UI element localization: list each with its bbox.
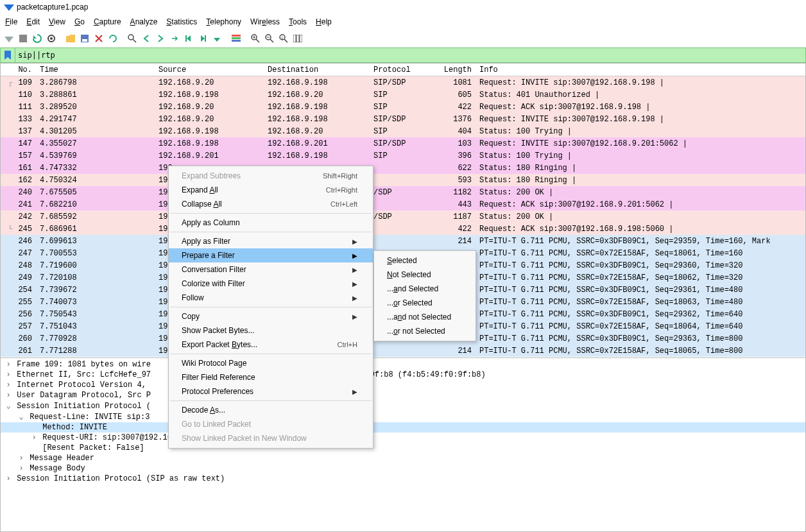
detail-line[interactable]: › Session Initiation Protocol (SIP as ra… xyxy=(1,474,805,484)
window-title: packetcapture1.pcap xyxy=(17,3,88,12)
go-back-icon[interactable] xyxy=(140,32,153,45)
ctx-item[interactable]: Show Packet Bytes... xyxy=(169,323,373,338)
packet-row[interactable]: 2427.685592192/SDP1187Status: 200 OK | xyxy=(1,210,805,223)
col-length[interactable]: Length xyxy=(434,65,476,74)
detail-line[interactable]: › Request-URI: sip:3007@192.168.9.198 xyxy=(1,433,805,443)
packet-row[interactable]: 2617.771288192214PT=ITU-T G.711 PCMU, SS… xyxy=(1,345,805,357)
svg-rect-22 xyxy=(293,35,296,42)
reload-icon[interactable] xyxy=(107,32,119,45)
packet-row[interactable]: 2467.699613192214PT=ITU-T G.711 PCMU, SS… xyxy=(1,235,805,247)
ctx-item[interactable]: Decode As... xyxy=(169,403,373,417)
stop-capture-icon[interactable] xyxy=(17,32,30,45)
ctx-item[interactable]: Apply as Column xyxy=(169,216,373,230)
col-no[interactable]: No. xyxy=(1,65,36,74)
packet-row[interactable]: 1614.747332192622Status: 180 Ringing | xyxy=(1,162,805,174)
ctx-item[interactable]: Filter Field Reference xyxy=(169,370,373,384)
goto-last-icon[interactable] xyxy=(196,32,209,45)
detail-line[interactable]: › Message Body xyxy=(1,463,805,474)
detail-line[interactable]: [Resent Packet: False] xyxy=(1,443,805,453)
resize-columns-icon[interactable] xyxy=(291,32,304,45)
menu-analyze[interactable]: Analyze xyxy=(130,17,158,26)
ctx-item[interactable]: Wiki Protocol Page xyxy=(169,356,373,370)
ctx-item[interactable]: Follow▶ xyxy=(169,291,373,305)
filter-bookmark-icon[interactable] xyxy=(0,47,15,63)
menu-tools[interactable]: Tools xyxy=(289,17,307,26)
ctx-sub-item[interactable]: Not Selected xyxy=(374,268,476,282)
detail-line[interactable]: › Ethernet II, Src: LcfcHefe_97f0:9f:b8 … xyxy=(1,370,805,380)
menu-edit[interactable]: Edit xyxy=(26,17,40,26)
ctx-item[interactable]: Collapse AllCtrl+Left xyxy=(169,197,373,211)
ctx-item[interactable]: Protocol Preferences▶ xyxy=(169,384,373,399)
packet-row[interactable]: └ 2457.686961192422Request: ACK sip:3007… xyxy=(1,223,805,235)
ctx-sub-item[interactable]: Selected xyxy=(374,253,476,268)
save-file-icon[interactable] xyxy=(78,32,91,45)
detail-line[interactable]: › User Datagram Protocol, Src P xyxy=(1,390,805,400)
packet-details-pane[interactable]: › Frame 109: 1081 bytes on wireits)› Eth… xyxy=(0,358,806,532)
ctx-sub-item[interactable]: ...and Selected xyxy=(374,282,476,296)
packet-row[interactable]: 1374.301205192.168.9.198192.168.9.20SIP4… xyxy=(1,125,805,137)
context-submenu-prepare-filter[interactable]: SelectedNot Selected...and Selected...or… xyxy=(373,250,476,341)
detail-line[interactable]: › Frame 109: 1081 bytes on wireits) xyxy=(1,359,805,370)
packet-row[interactable]: 1574.539769192.168.9.201192.168.9.198SIP… xyxy=(1,150,805,162)
packet-row[interactable]: 1113.289520192.168.9.20192.168.9.198SIP4… xyxy=(1,101,805,113)
display-filter-input[interactable] xyxy=(15,47,806,63)
capture-options-icon[interactable] xyxy=(45,32,58,45)
ctx-item[interactable]: Colorize with Filter▶ xyxy=(169,277,373,291)
go-to-packet-icon[interactable] xyxy=(168,32,181,45)
packet-row[interactable]: ┌ 1093.286798192.168.9.20192.168.9.198SI… xyxy=(1,76,805,89)
menu-file[interactable]: File xyxy=(5,17,17,26)
ctx-item[interactable]: Prepare a Filter▶ xyxy=(169,248,373,262)
zoom-out-icon[interactable] xyxy=(263,32,276,45)
ctx-item[interactable]: Copy▶ xyxy=(169,309,373,323)
packet-row[interactable]: 1103.288861192.168.9.198192.168.9.20SIP6… xyxy=(1,89,805,101)
start-capture-icon[interactable] xyxy=(3,32,15,45)
packet-list-header[interactable]: No. Time Source Destination Protocol Len… xyxy=(1,64,805,76)
detail-line[interactable]: ⌄ Request-Line: INVITE sip:3 xyxy=(1,411,805,422)
zoom-reset-icon[interactable]: 1 xyxy=(277,32,290,45)
packet-row[interactable]: 1624.750324192593Status: 180 Ringing | xyxy=(1,174,805,186)
col-info[interactable]: Info xyxy=(476,65,805,74)
menu-statistics[interactable]: Statistics xyxy=(166,17,197,26)
col-source[interactable]: Source xyxy=(155,65,264,74)
menu-help[interactable]: Help xyxy=(316,17,332,26)
packet-row[interactable]: 1334.291747192.168.9.20192.168.9.198SIP/… xyxy=(1,113,805,125)
auto-scroll-icon[interactable] xyxy=(210,32,223,45)
app-logo-icon xyxy=(4,2,14,12)
menu-telephony[interactable]: Telephony xyxy=(206,17,241,26)
menu-view[interactable]: View xyxy=(49,17,65,26)
ctx-sub-item[interactable]: ...or Selected xyxy=(374,296,476,310)
detail-line[interactable]: Method: INVITE xyxy=(1,422,805,433)
ctx-item: Go to Linked Packet xyxy=(169,417,373,431)
col-time[interactable]: Time xyxy=(36,65,155,74)
menu-wireless[interactable]: Wireless xyxy=(250,17,280,26)
ctx-sub-item[interactable]: ...and not Selected xyxy=(374,310,476,324)
goto-first-icon[interactable] xyxy=(182,32,195,45)
find-packet-icon[interactable] xyxy=(126,32,139,45)
col-destination[interactable]: Destination xyxy=(264,65,370,74)
close-file-icon[interactable] xyxy=(92,32,105,45)
packet-row[interactable]: 2407.675505192/SDP1182Status: 200 OK | xyxy=(1,186,805,198)
ctx-item[interactable]: Expand AllCtrl+Right xyxy=(169,183,373,197)
restart-capture-icon[interactable] xyxy=(31,32,44,45)
detail-line[interactable]: › Message Header xyxy=(1,453,805,463)
menu-go[interactable]: Go xyxy=(74,17,85,26)
ctx-item[interactable]: Apply as Filter▶ xyxy=(169,234,373,248)
packet-row[interactable]: 1474.355027192.168.9.198192.168.9.201SIP… xyxy=(1,137,805,150)
go-forward-icon[interactable] xyxy=(154,32,167,45)
ctx-sub-item[interactable]: ...or not Selected xyxy=(374,324,476,338)
open-file-icon[interactable] xyxy=(64,32,77,45)
svg-line-6 xyxy=(133,39,136,42)
packet-row[interactable]: 2417.682210192443Request: ACK sip:3007@1… xyxy=(1,198,805,210)
col-protocol[interactable]: Protocol xyxy=(370,65,434,74)
context-menu[interactable]: Expand SubtreesShift+RightExpand AllCtrl… xyxy=(168,166,373,449)
svg-point-5 xyxy=(128,35,133,40)
colorize-icon[interactable] xyxy=(230,32,243,45)
detail-line[interactable]: ⌄ Session Initiation Protocol ( xyxy=(1,400,805,411)
ctx-item[interactable]: Export Packet Bytes...Ctrl+H xyxy=(169,338,373,352)
detail-line[interactable]: › Internet Protocol Version 4, xyxy=(1,380,805,390)
ctx-item[interactable]: Conversation Filter▶ xyxy=(169,262,373,277)
display-filter-bar xyxy=(0,47,806,63)
menu-bar[interactable]: FileEditViewGoCaptureAnalyzeStatisticsTe… xyxy=(0,14,806,30)
zoom-in-icon[interactable] xyxy=(249,32,262,45)
menu-capture[interactable]: Capture xyxy=(94,17,121,26)
